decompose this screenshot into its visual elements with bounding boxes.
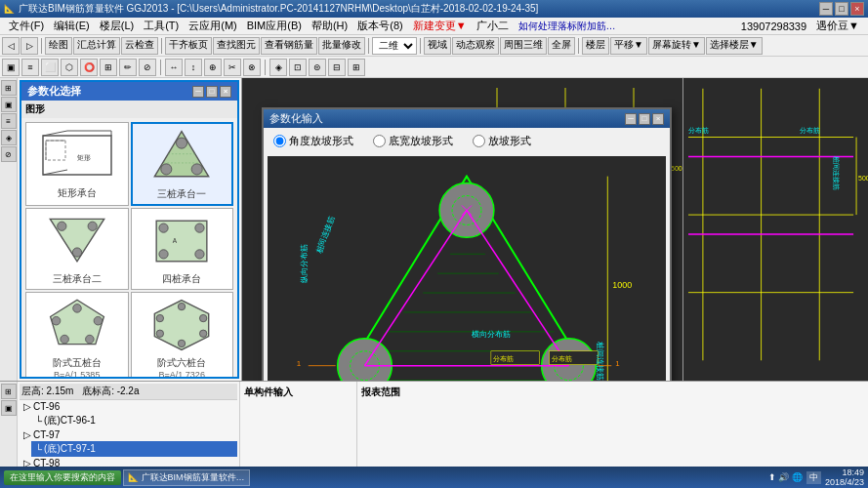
tb2-icon7[interactable]: ✏ (119, 59, 137, 76)
svg-text:横向分布筋: 横向分布筋 (472, 330, 511, 339)
sidebar-icon-5[interactable]: ⊘ (1, 146, 17, 162)
tb-select-floor[interactable]: 选择楼层▼ (706, 37, 763, 55)
radio-angle[interactable]: 角度放坡形式 (273, 134, 353, 148)
menu-coins[interactable]: 遇价豆▼ (811, 18, 864, 34)
radio-bottom-width[interactable]: 底宽放坡形式 (373, 134, 453, 148)
tb2-icon2[interactable]: ≡ (21, 59, 39, 76)
tb2-icon17[interactable]: ⊟ (328, 59, 346, 76)
shape-cell-3[interactable]: 三桩承台二 (25, 208, 129, 290)
inner-dialog-min[interactable]: ─ (625, 113, 637, 125)
menu-edit[interactable]: 编辑(E) (49, 18, 95, 34)
tb-floor[interactable]: 楼层 (582, 37, 609, 55)
tb2-icon3[interactable]: ⬜ (41, 59, 59, 76)
shape-cell-2[interactable]: 三桩承台一 (131, 122, 234, 206)
menu-new-change[interactable]: 新建变更▼ (408, 18, 472, 34)
left-sidebar: ⊞ ▣ ≡ ◈ ⊘ (0, 78, 18, 381)
menu-version[interactable]: 版本号(8) (352, 18, 407, 34)
inner-dialog-controls: ─ □ × (625, 113, 664, 125)
param-dialog-controls: ─ □ × (192, 86, 231, 98)
tb2-icon5[interactable]: ⭕ (80, 59, 98, 76)
shape-svg-6 (143, 296, 221, 354)
menu-file[interactable]: 文件(F) (4, 18, 49, 34)
shape-label-1: 矩形承台 (58, 186, 97, 200)
sidebar-icon-2[interactable]: ▣ (1, 97, 17, 112)
svg-point-34 (200, 314, 207, 321)
tb2-icon4[interactable]: ⬡ (61, 59, 78, 76)
tb-back[interactable]: ◁ (2, 37, 20, 55)
menu-floor[interactable]: 楼层(L) (95, 18, 139, 34)
tb-find[interactable]: 查找图元 (213, 37, 260, 55)
tb2-icon12[interactable]: ✂ (224, 59, 241, 76)
tb2-icon16[interactable]: ⊜ (309, 59, 326, 76)
tb2-icon14[interactable]: ◈ (269, 59, 287, 76)
svg-text:1: 1 (615, 359, 620, 368)
tb-around[interactable]: 周围三维 (500, 37, 547, 55)
shape-svg-2 (143, 127, 221, 185)
close-button[interactable]: × (850, 2, 864, 16)
tb-fullscreen[interactable]: 全屏 (548, 37, 575, 55)
tb-forward[interactable]: ▷ (21, 37, 38, 55)
param-dialog-min[interactable]: ─ (192, 86, 204, 98)
param-dialog-max[interactable]: □ (206, 86, 218, 98)
menu-help[interactable]: 帮助(H) (307, 18, 352, 34)
tree-item-ct97-1[interactable]: └ (底)CT-97-1 (31, 441, 237, 457)
radio-slope[interactable]: 放坡形式 (473, 134, 531, 148)
tb2-icon18[interactable]: ⊞ (348, 59, 365, 76)
tb-view-steel[interactable]: 查看钢筋量 (261, 37, 317, 55)
tb-rotate[interactable]: 屏幕旋转▼ (648, 37, 705, 55)
shape-svg-3 (38, 212, 116, 270)
tb2-icon1[interactable]: ▣ (2, 59, 20, 76)
tree-item-ct97[interactable]: ▷ CT-97 (20, 428, 237, 441)
sep2 (161, 38, 162, 54)
tb2-icon9[interactable]: ↔ (165, 59, 183, 76)
tb2-icon11[interactable]: ⊕ (204, 59, 222, 76)
menu-tools[interactable]: 工具(T) (139, 18, 184, 34)
inner-dialog-close[interactable]: × (652, 113, 664, 125)
svg-point-30 (61, 335, 69, 344)
drawing-area: 参数化输入 ─ □ × 角度放坡形式 底宽放坡形式 放坡形式 (242, 78, 682, 381)
tb2-icon13[interactable]: ⊗ (243, 59, 261, 76)
search-bar[interactable]: 在这里输入你要搜索的内容 (4, 470, 121, 485)
clock: 18:49 2018/4/23 (825, 468, 864, 487)
bottom-sidebar-icon-1[interactable]: ⊞ (1, 384, 17, 399)
shape-cell-5[interactable]: 阶式五桩台 B=A/1.5385 (25, 292, 129, 377)
tb-pan[interactable]: 平移▼ (610, 37, 647, 55)
menu-help-text[interactable]: 如何处理落标附加筋… (514, 19, 621, 34)
inner-dialog-max[interactable]: □ (639, 113, 650, 125)
bottom-input-panel: 单构件输入 (240, 382, 357, 468)
inner-dialog-title-text: 参数化输入 (269, 111, 323, 126)
svg-point-11 (161, 164, 172, 175)
shape-cell-1[interactable]: 矩形 矩形承台 (25, 122, 129, 206)
sidebar-icon-1[interactable]: ⊞ (1, 80, 17, 96)
shape-cell-4[interactable]: A 四桩承台 (131, 208, 234, 290)
sidebar-icon-4[interactable]: ◈ (1, 130, 17, 145)
toolbar-2: ▣ ≡ ⬜ ⬡ ⭕ ⊞ ✏ ⊘ ↔ ↕ ⊕ ✂ ⊗ ◈ ⊡ ⊜ ⊟ ⊞ (0, 57, 868, 78)
menu-cloud[interactable]: 云应用(M) (184, 18, 242, 34)
view-mode-select[interactable]: 二维 三维 (372, 37, 417, 55)
tb-cloud-check[interactable]: 云检查 (121, 37, 158, 55)
svg-text:500: 500 (671, 165, 682, 172)
menu-gxiao[interactable]: 广小二 (472, 18, 514, 34)
tb2-icon6[interactable]: ⊞ (100, 59, 117, 76)
minimize-button[interactable]: ─ (819, 2, 833, 16)
shape-cell-6[interactable]: 阶式六桩台 B=A/1.7326 (131, 292, 234, 377)
tb2-icon8[interactable]: ⊘ (139, 59, 156, 76)
tb-dynamic[interactable]: 动态观察 (452, 37, 499, 55)
sidebar-icon-3[interactable]: ≡ (1, 113, 17, 129)
tb-batch[interactable]: 批量修改 (318, 37, 365, 55)
maximize-button[interactable]: □ (835, 2, 848, 16)
tb-calc[interactable]: 汇总计算 (73, 37, 120, 55)
shape-label-5: 阶式五桩台 (53, 356, 102, 370)
tb-draw[interactable]: 绘图 (45, 37, 72, 55)
menu-bim[interactable]: BIM应用(B) (242, 18, 307, 34)
tb-view[interactable]: 视域 (424, 37, 451, 55)
tb2-icon10[interactable]: ↕ (185, 59, 202, 76)
svg-text:分布筋: 分布筋 (688, 127, 709, 134)
tree-item-ct96[interactable]: ▷ CT-96 (20, 400, 237, 413)
bottom-sidebar-icon-2[interactable]: ▣ (1, 400, 17, 416)
taskbar-app[interactable]: 📐 广联达BIM钢筋算量软件… (123, 469, 250, 486)
tb-flat[interactable]: 干齐板页 (165, 37, 212, 55)
tree-item-ct96-1[interactable]: └ (底)CT-96-1 (31, 413, 237, 428)
param-dialog-close[interactable]: × (220, 86, 231, 98)
tb2-icon15[interactable]: ⊡ (289, 59, 307, 76)
